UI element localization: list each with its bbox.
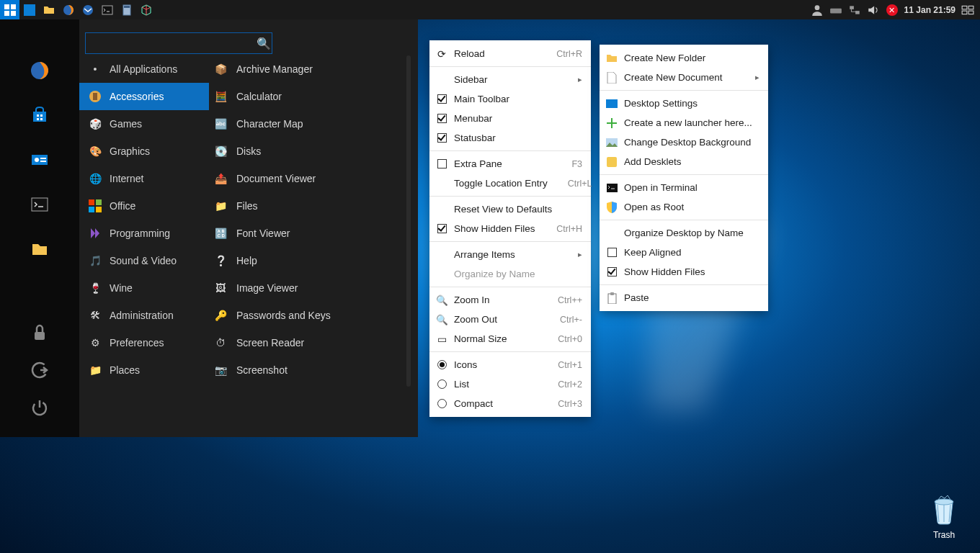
- menu-show-hidden[interactable]: Show Hidden FilesCtrl+H: [429, 219, 591, 238]
- category-icon: 🎨: [88, 144, 102, 158]
- menu-new-document[interactable]: Create New Document▸: [600, 68, 768, 87]
- category-label: Office: [110, 200, 135, 212]
- launch-files[interactable]: [27, 237, 52, 261]
- launch-firefox[interactable]: [27, 58, 52, 83]
- checkbox-icon: [607, 248, 617, 257]
- lock-button[interactable]: [27, 320, 52, 345]
- menu-open-terminal[interactable]: Open in Terminal: [600, 178, 768, 197]
- app-passwords-and-keys[interactable]: 🔑Passwords and Keys: [209, 302, 404, 329]
- category-wine[interactable]: 🍷Wine: [79, 274, 209, 302]
- tray-network-icon[interactable]: [848, 4, 861, 17]
- menu-new-folder[interactable]: Create New Folder: [600, 48, 768, 68]
- taskbar-cube-button[interactable]: [136, 0, 156, 19]
- app-calculator[interactable]: 🧮Calculator: [209, 83, 404, 110]
- trash-icon: [928, 493, 960, 525]
- menu-list-view[interactable]: ListCtrl+2: [429, 374, 591, 394]
- category-preferences[interactable]: ⚙Preferences: [79, 329, 209, 356]
- menu-desk-show-hidden[interactable]: Show Hidden Files: [600, 262, 768, 282]
- category-graphics[interactable]: 🎨Graphics: [79, 138, 209, 165]
- scrollbar[interactable]: [406, 55, 411, 387]
- tray-workspaces-icon[interactable]: [961, 4, 974, 17]
- launch-terminal[interactable]: [27, 192, 52, 217]
- start-button[interactable]: [0, 0, 19, 19]
- launch-store[interactable]: [27, 103, 52, 127]
- category-icon: 🎵: [88, 253, 102, 268]
- clipboard-icon: [605, 292, 618, 305]
- category-sound-video[interactable]: 🎵Sound & Video: [79, 247, 209, 274]
- menu-reset-defaults[interactable]: Reset View to Defaults: [429, 199, 591, 219]
- category-label: Programming: [110, 228, 170, 239]
- category-programming[interactable]: Programming: [79, 220, 209, 247]
- menu-change-background[interactable]: Change Desktop Background: [600, 132, 768, 152]
- menu-icons-view[interactable]: IconsCtrl+1: [429, 355, 591, 374]
- svg-rect-25: [40, 158, 46, 159]
- tray-close-button[interactable]: ✕: [886, 4, 899, 17]
- logout-button[interactable]: [27, 358, 52, 382]
- menu-extra-pane[interactable]: Extra PaneF3: [429, 154, 591, 174]
- menu-arrange[interactable]: Arrange Items▸: [429, 245, 591, 264]
- menu-organize-desktop[interactable]: Organize Desktop by Name: [600, 223, 768, 243]
- tray-drive-icon[interactable]: [829, 4, 842, 17]
- thunderbird-icon: [82, 4, 94, 16]
- menu-toggle-location[interactable]: Toggle Location EntryCtrl+L: [429, 174, 591, 193]
- menu-zoom-out[interactable]: 🔍Zoom OutCtrl+-: [429, 310, 591, 329]
- app-icon: 📷: [213, 363, 228, 377]
- menu-paste[interactable]: Paste: [600, 288, 768, 307]
- tray-clock[interactable]: 11 Jan 21:59: [904, 5, 956, 15]
- app-files[interactable]: 📁Files: [209, 192, 404, 220]
- app-screen-reader[interactable]: ⏱Screen Reader: [209, 329, 404, 356]
- menu-compact-view[interactable]: CompactCtrl+3: [429, 394, 591, 413]
- category-places[interactable]: 📁Places: [79, 356, 209, 384]
- taskbar-desktop-button[interactable]: [19, 0, 39, 19]
- category-accessories[interactable]: Accessories: [79, 83, 209, 110]
- taskbar-calculator-button[interactable]: [117, 0, 136, 19]
- category-label: Games: [110, 118, 142, 130]
- category-administration[interactable]: 🛠Administration: [79, 302, 209, 329]
- menu-main-toolbar[interactable]: Main Toolbar: [429, 89, 591, 109]
- category-label: Administration: [110, 310, 174, 321]
- page-icon: ▭: [435, 333, 448, 346]
- app-image-viewer[interactable]: 🖼Image Viewer: [209, 274, 404, 302]
- power-button[interactable]: [27, 395, 52, 420]
- app-disks[interactable]: 💽Disks: [209, 138, 404, 165]
- category-label: Graphics: [110, 145, 150, 157]
- app-document-viewer[interactable]: 📤Document Viewer: [209, 165, 404, 192]
- firefox-icon: [63, 4, 74, 16]
- menu-reload[interactable]: ⟳ReloadCtrl+R: [429, 44, 591, 63]
- desklet-icon: [605, 156, 618, 168]
- category-internet[interactable]: 🌐Internet: [79, 165, 209, 192]
- app-label: Font Viewer: [236, 228, 290, 239]
- menu-desktop-settings[interactable]: Desktop Settings: [600, 94, 768, 113]
- app-archive-manager[interactable]: 📦Archive Manager: [209, 55, 404, 83]
- app-help[interactable]: ❔Help: [209, 247, 404, 274]
- taskbar-firefox-button[interactable]: [58, 0, 78, 19]
- launch-settings[interactable]: [27, 148, 52, 172]
- radio-selected-icon: [437, 360, 447, 369]
- menu-menubar[interactable]: Menubar: [429, 109, 591, 128]
- svg-rect-33: [93, 93, 97, 100]
- trash-desktop-icon[interactable]: Trash: [928, 493, 960, 540]
- menu-statusbar[interactable]: Statusbar: [429, 128, 591, 148]
- menu-new-launcher[interactable]: Create a new launcher here...: [600, 113, 768, 132]
- category-all-applications[interactable]: •All Applications: [79, 55, 209, 83]
- menu-open-root[interactable]: Open as Root: [600, 197, 768, 217]
- category-games[interactable]: 🎲Games: [79, 110, 209, 138]
- svg-rect-19: [37, 114, 39, 117]
- menu-sidebar[interactable]: Sidebar▸: [429, 70, 591, 89]
- svg-rect-34: [89, 199, 94, 205]
- app-character-map[interactable]: 🔤Character Map: [209, 110, 404, 138]
- category-office[interactable]: Office: [79, 192, 209, 220]
- taskbar-thunderbird-button[interactable]: [78, 0, 97, 19]
- app-label: Files: [236, 200, 258, 212]
- app-font-viewer[interactable]: 🔠Font Viewer: [209, 220, 404, 247]
- taskbar-files-button[interactable]: [39, 0, 58, 19]
- menu-keep-aligned[interactable]: Keep Aligned: [600, 243, 768, 262]
- menu-zoom-in[interactable]: 🔍Zoom InCtrl++: [429, 290, 591, 310]
- taskbar-terminal-button[interactable]: [97, 0, 117, 19]
- checkbox-icon: [437, 159, 447, 168]
- menu-add-desklets[interactable]: Add Desklets: [600, 152, 768, 171]
- menu-normal-size[interactable]: ▭Normal SizeCtrl+0: [429, 329, 591, 349]
- tray-volume-icon[interactable]: [867, 4, 880, 17]
- app-screenshot[interactable]: 📷Screenshot: [209, 356, 404, 384]
- tray-user-icon[interactable]: [811, 4, 824, 17]
